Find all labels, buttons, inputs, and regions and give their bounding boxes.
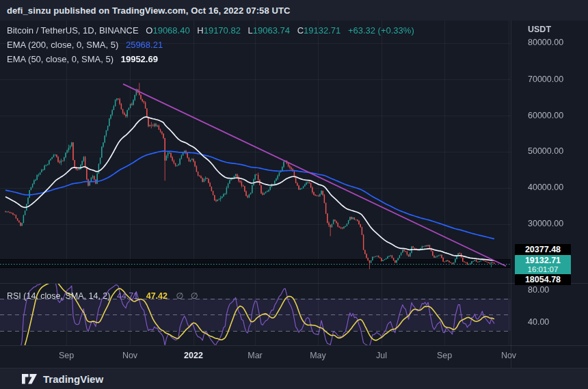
zone-bottom-price-label: 18054.78 <box>515 274 571 285</box>
price-tick-70000: 70000.00 <box>528 75 563 84</box>
zone-top-price-label: 20377.48 <box>515 244 571 255</box>
low-key: L <box>248 25 253 36</box>
rsi-tick-40: 40.00 <box>528 317 549 327</box>
footer-bar: TradingView <box>0 368 588 389</box>
bar-countdown: 16:01:07 <box>515 265 571 274</box>
footer-brand[interactable]: TradingView <box>43 373 103 385</box>
ema50-label: EMA (50, close, 0, SMA, 5) <box>7 54 113 64</box>
close-key: C <box>297 25 304 36</box>
open-key: O <box>146 25 152 36</box>
high-value: 19170.82 <box>204 25 241 36</box>
rsi-tick-80: 80.00 <box>528 285 549 295</box>
price-tick-30000: 30000.00 <box>528 219 563 228</box>
rsi-hidden-band-1: ∅ <box>176 291 183 301</box>
time-tick-jul22: Jul <box>376 351 387 360</box>
price-axis-border <box>511 21 511 368</box>
ema200-value: 25968.21 <box>126 40 163 50</box>
time-axis[interactable]: Sep Nov 2022 Mar May Jul Sep Nov <box>0 345 588 368</box>
low-value: 19063.74 <box>253 25 290 36</box>
rsi-value: 44.71 <box>117 291 138 301</box>
time-tick-nov22: Nov <box>501 351 516 360</box>
time-tick-2022: 2022 <box>184 351 203 360</box>
rsi-label: RSI (14, close, SMA, 14, 2) <box>7 291 110 301</box>
symbol-legend-row[interactable]: Bitcoin / TetherUS, 1D, BINANCE O19068.4… <box>7 25 414 36</box>
time-tick-may22: May <box>310 351 326 360</box>
time-tick-nov21: Nov <box>122 351 137 360</box>
high-key: H <box>197 25 203 36</box>
rsi-ma-value: 47.42 <box>146 291 168 301</box>
price-tick-50000: 50000.00 <box>528 146 563 156</box>
time-tick-mar22: Mar <box>248 351 263 360</box>
price-tick-80000: 80000.00 <box>528 38 563 47</box>
close-value: 19132.71 <box>304 25 340 36</box>
ema200-label: EMA (200, close, 0, SMA, 5) <box>7 40 118 50</box>
last-price-label: 19132.71 16:01:07 <box>515 255 571 276</box>
tradingview-logo-icon[interactable] <box>22 374 37 384</box>
pane-separator[interactable] <box>0 283 588 284</box>
last-price-value: 19132.71 <box>515 256 571 265</box>
tradingview-published-chart: defi_sinzu published on TradingView.com,… <box>0 0 588 389</box>
ema50-legend-row[interactable]: EMA (50, close, 0, SMA, 5) 19952.69 <box>7 54 158 64</box>
price-tick-60000: 60000.00 <box>528 111 563 120</box>
symbol-title: Bitcoin / TetherUS, 1D, BINANCE <box>7 25 139 36</box>
time-tick-sep21: Sep <box>59 351 74 360</box>
rsi-hidden-band-2: ∅ <box>191 291 198 301</box>
price-tick-40000: 40000.00 <box>528 183 563 192</box>
axis-currency: USDT <box>528 25 551 34</box>
time-tick-sep22: Sep <box>437 351 452 360</box>
change-value: +63.32 (+0.33%) <box>348 25 414 36</box>
open-value: 19068.40 <box>152 25 189 36</box>
ema50-value: 19952.69 <box>121 54 158 64</box>
rsi-legend-row[interactable]: RSI (14, close, SMA, 14, 2) 44.71 47.42 … <box>7 291 198 301</box>
ema200-legend-row[interactable]: EMA (200, close, 0, SMA, 5) 25968.21 <box>7 40 163 50</box>
